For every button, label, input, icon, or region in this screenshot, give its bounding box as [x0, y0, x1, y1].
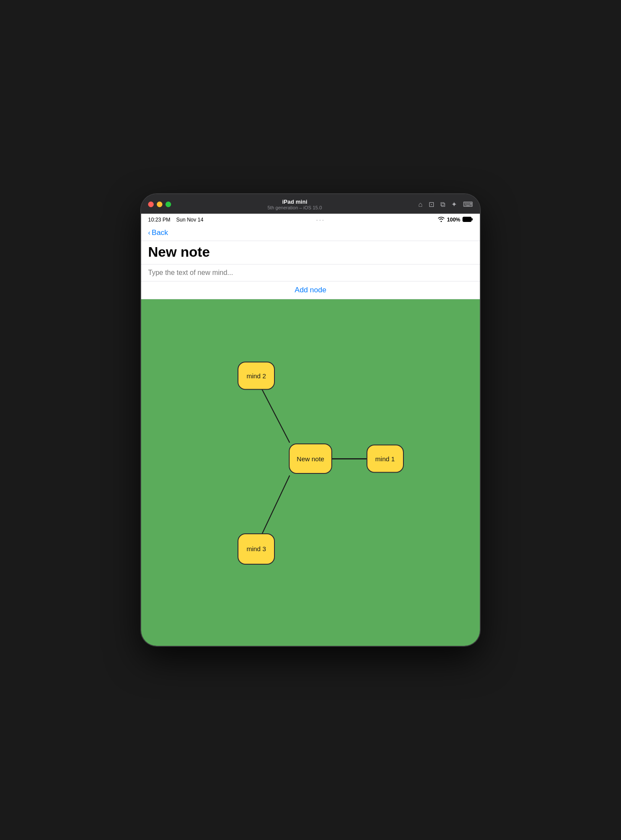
- device-subtitle: 5th generation – iOS 15.0: [268, 205, 322, 210]
- device-name: iPad mini: [268, 198, 322, 205]
- battery-icon: [462, 217, 473, 223]
- window-controls: [148, 202, 171, 207]
- back-chevron-icon: ‹: [148, 229, 150, 237]
- mind-node-mind1[interactable]: mind 1: [367, 445, 404, 473]
- mind-node-mind3[interactable]: mind 2: [238, 361, 275, 390]
- mind-text-input[interactable]: [148, 269, 473, 277]
- time: 10:23 PM: [148, 217, 170, 223]
- status-time-date: 10:23 PM Sun Nov 14: [148, 217, 203, 223]
- add-node-bar: Add node: [141, 281, 480, 299]
- home-icon[interactable]: ⌂: [418, 201, 423, 208]
- back-label: Back: [152, 228, 168, 237]
- brightness-icon[interactable]: ✦: [451, 200, 457, 208]
- svg-rect-0: [463, 217, 472, 222]
- title-bar: iPad mini 5th generation – iOS 15.0 ⌂ ⊡ …: [141, 194, 480, 214]
- mind-node-mind2[interactable]: mind 3: [238, 533, 275, 565]
- status-bar: 10:23 PM Sun Nov 14 ··· 100%: [141, 214, 480, 226]
- title-actions: ⌂ ⊡ ⧉ ✦ ⌨: [418, 200, 473, 208]
- minimize-button[interactable]: [157, 202, 162, 207]
- mind3-label: mind 2: [247, 372, 266, 379]
- nav-bar: ‹ Back: [141, 226, 480, 241]
- screenshot-icon[interactable]: ⊡: [429, 200, 434, 208]
- date: Sun Nov 14: [176, 217, 204, 223]
- add-node-button[interactable]: Add node: [295, 286, 327, 294]
- mind1-label: mind 1: [375, 455, 395, 463]
- layers-icon[interactable]: ⧉: [440, 201, 445, 208]
- mind-map-canvas[interactable]: mind 2 New note mind 1 mind 3: [141, 299, 480, 646]
- device-frame: iPad mini 5th generation – iOS 15.0 ⌂ ⊡ …: [141, 194, 480, 646]
- center-label: New note: [297, 455, 324, 463]
- page-title: New note: [148, 245, 473, 260]
- maximize-button[interactable]: [165, 202, 171, 207]
- title-center: iPad mini 5th generation – iOS 15.0: [268, 198, 322, 210]
- battery-percent: 100%: [447, 217, 460, 223]
- mind-node-center[interactable]: New note: [289, 443, 332, 474]
- keyboard-icon[interactable]: ⌨: [463, 200, 473, 208]
- status-dots: ···: [316, 216, 325, 223]
- close-button[interactable]: [148, 202, 154, 207]
- input-area[interactable]: [141, 265, 480, 281]
- back-button[interactable]: ‹ Back: [148, 228, 168, 237]
- status-right: 100%: [438, 217, 473, 223]
- svg-rect-1: [472, 218, 473, 220]
- mind2-label: mind 3: [247, 545, 266, 552]
- wifi-icon: [438, 217, 445, 223]
- page-header: New note: [141, 241, 480, 265]
